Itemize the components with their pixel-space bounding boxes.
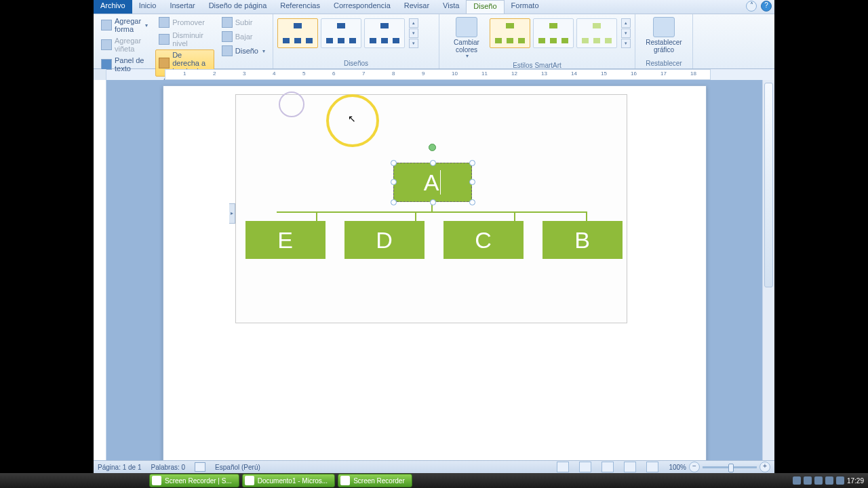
tab-revisar[interactable]: Revisar [397,0,436,14]
tray-icon[interactable] [804,476,812,485]
tab-inicio[interactable]: Inicio [132,0,163,14]
view-web[interactable] [601,462,614,472]
horizontal-ruler[interactable]: 123456789101112131415161718 [165,69,711,80]
tab-diseno[interactable]: Diseño [466,0,504,14]
resize-handle[interactable] [391,160,397,166]
resize-handle[interactable] [469,199,475,205]
smartart-node-child[interactable]: C [443,221,524,259]
tab-vista[interactable]: Vista [436,0,466,14]
node-text: A [424,169,439,196]
smartart-node-child[interactable]: E [245,221,326,259]
proofing-icon[interactable] [195,462,205,472]
zoom-slider[interactable] [703,466,757,468]
status-words[interactable]: Palabras: 0 [151,464,186,471]
cursor-icon: ↖ [348,113,356,124]
ruler-corner[interactable] [94,69,106,80]
minimize-ribbon-icon[interactable]: ˄ [746,1,757,12]
scrollbar-thumb[interactable] [764,83,773,287]
view-print-layout[interactable] [557,462,569,472]
group-layouts-label: Diseños [277,59,435,68]
text-pane-toggle[interactable]: ▸ [229,203,235,224]
smartart-node-child[interactable]: D [344,221,425,259]
style-thumb-2[interactable] [533,18,574,48]
resize-handle[interactable] [430,160,436,166]
tab-insertar[interactable]: Insertar [163,0,201,14]
add-shape-button[interactable]: Agregar forma [98,16,151,35]
move-down-label: Bajar [235,33,253,41]
smartart-canvas[interactable]: ▸ A [235,94,627,323]
zoom-value[interactable]: 100% [669,464,686,471]
taskbar-app-2[interactable]: Documento1 - Micros... [242,474,335,487]
document-area: ▸ A [94,80,774,461]
reset-graphic-button[interactable]: Restablecer gráfico [639,16,688,55]
smartart-node-child[interactable]: B [542,221,623,259]
tray-icon[interactable] [825,476,833,485]
add-bullet-button: Agregar viñeta [98,35,151,54]
taskbar-label: Screen Recorder | S... [165,477,232,485]
move-up-button: Subir [218,16,269,29]
layout-button[interactable]: Diseño [218,44,269,58]
ribbon-tabs: Archivo Inicio Insertar Diseño de página… [94,0,774,14]
tab-correspondencia[interactable]: Correspondencia [327,0,397,14]
demote-button: Disminuir nivel [155,30,214,49]
resize-handle[interactable] [391,199,397,205]
group-styles-label: Estilos SmartArt [443,61,631,70]
change-colors-button[interactable]: Cambiar colores [443,16,490,61]
zoom-control: 100% − + [669,462,770,472]
ribbon: Agregar forma Agregar viñeta Panel de te… [94,14,774,69]
clock[interactable]: 17:29 [847,477,864,485]
resize-handle[interactable] [430,199,436,205]
add-shape-label: Agregar forma [115,17,141,33]
text-cursor [440,170,441,195]
tab-referencias[interactable]: Referencias [273,0,327,14]
layout-thumb-3[interactable] [364,18,405,48]
vertical-ruler[interactable] [94,80,106,461]
resize-handle[interactable] [391,179,397,185]
view-outline[interactable] [624,462,636,472]
connector [277,211,586,213]
resize-handle[interactable] [469,179,475,185]
smartart-node-root[interactable]: A [393,163,472,202]
taskbar-app-1[interactable]: Screen Recorder | S... [149,474,239,487]
connector [415,211,416,221]
tab-formato[interactable]: Formato [505,0,546,14]
style-thumb-1[interactable] [490,18,530,48]
promote-label: Promover [172,18,205,26]
resize-handle[interactable] [469,160,475,166]
taskbar-app-3[interactable]: Screen Recorder [338,474,412,487]
zoom-out-button[interactable]: − [689,462,700,472]
tab-file[interactable]: Archivo [94,0,132,14]
help-icon[interactable]: ? [761,1,772,12]
taskbar-label: Documento1 - Micros... [258,477,328,485]
promote-button: Promover [155,16,214,29]
group-reset-label: Restablecer [639,59,688,68]
style-thumb-3[interactable] [576,18,617,48]
status-page[interactable]: Página: 1 de 1 [98,464,142,471]
ruler-bar: 123456789101112131415161718 [94,69,774,81]
rotate-handle[interactable] [429,144,436,151]
tray-icon[interactable] [793,476,801,485]
tab-diseno-pagina[interactable]: Diseño de página [202,0,274,14]
layout-gallery-spinner[interactable]: ▴▾▾ [409,18,418,48]
demote-label: Disminuir nivel [172,31,211,47]
zoom-in-button[interactable]: + [760,462,770,472]
vertical-scrollbar[interactable] [762,80,774,461]
click-ring-fade [279,92,304,117]
connector [586,211,587,221]
taskbar-label: Screen Recorder [353,477,405,485]
system-tray: 17:29 [793,476,868,485]
layout-thumb-2[interactable] [321,18,361,48]
layout-thumb-1[interactable] [277,18,318,48]
page[interactable]: ▸ A [163,85,707,461]
tray-icon[interactable] [814,476,823,485]
text-panel-label: Panel de texto [115,56,148,73]
move-down-button: Bajar [218,30,269,43]
add-bullet-label: Agregar viñeta [115,37,148,53]
view-fullscreen[interactable] [579,462,591,472]
view-draft[interactable] [646,462,658,472]
style-gallery-spinner[interactable]: ▴▾▾ [621,18,631,48]
status-language[interactable]: Español (Perú) [215,464,260,471]
connector [514,211,515,221]
tray-icon[interactable] [836,476,844,485]
reset-label: Restablecer gráfico [645,39,683,54]
